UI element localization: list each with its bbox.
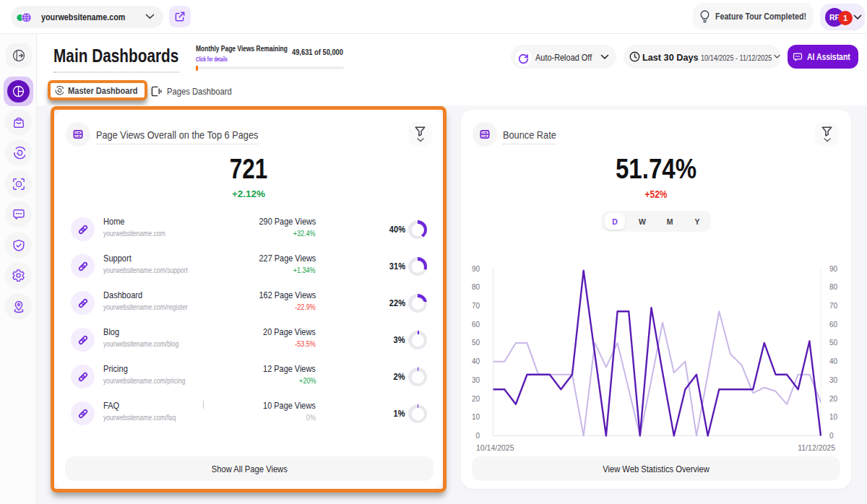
svg-text:40: 40: [829, 357, 838, 365]
svg-text:11/12/2025: 11/12/2025: [798, 443, 835, 452]
svg-text:70: 70: [472, 302, 480, 310]
svg-text:0: 0: [475, 432, 480, 440]
svg-text:60: 60: [472, 321, 480, 329]
svg-text:20: 20: [829, 395, 838, 403]
svg-text:30: 30: [829, 376, 838, 384]
svg-text:90: 90: [829, 265, 838, 273]
svg-text:20: 20: [472, 395, 480, 403]
svg-text:50: 50: [472, 339, 480, 347]
svg-text:50: 50: [829, 339, 838, 347]
svg-text:0: 0: [829, 432, 834, 440]
svg-text:80: 80: [472, 283, 480, 291]
svg-text:90: 90: [472, 265, 480, 273]
svg-text:10: 10: [472, 413, 480, 421]
svg-text:40: 40: [472, 357, 480, 365]
svg-text:10: 10: [829, 413, 838, 421]
svg-text:10/14/2025: 10/14/2025: [476, 443, 514, 452]
svg-text:30: 30: [472, 376, 480, 384]
svg-text:60: 60: [829, 321, 838, 329]
svg-text:70: 70: [829, 302, 838, 310]
svg-text:80: 80: [829, 283, 838, 291]
